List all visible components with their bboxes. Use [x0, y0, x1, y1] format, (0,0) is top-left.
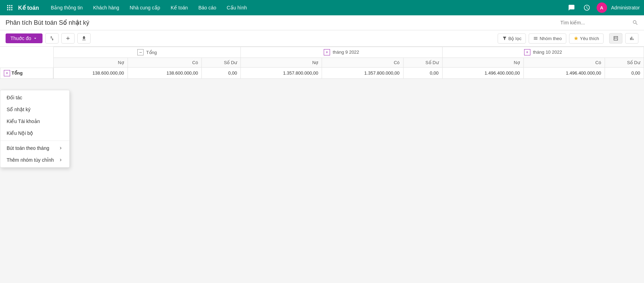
- cell-so-du2: 0,00: [403, 68, 442, 79]
- menu-bang-thong-tin[interactable]: Bảng thông tin: [46, 3, 88, 13]
- add-icon: [65, 36, 71, 41]
- expand-thang10-btn[interactable]: +: [524, 49, 530, 55]
- menu-bao-cao[interactable]: Báo cáo: [193, 3, 221, 13]
- menu-khach-hang[interactable]: Khách hàng: [88, 3, 124, 13]
- col-no-1: Nợ: [54, 58, 128, 68]
- topnav-right: A Administrator: [566, 2, 640, 13]
- cell-co1: 138.600.000,00: [128, 68, 202, 79]
- toolbar-right: Bộ lọc Nhóm theo Yêu thích: [498, 33, 638, 44]
- cell-so-du3: 0,00: [605, 68, 644, 79]
- search-icon: [632, 20, 638, 26]
- header-row-2: Nợ Có Số Dư Nợ Có Số Dư Nợ Có Số Dư: [0, 58, 644, 68]
- group-icon: [533, 36, 538, 41]
- cell-co2: 1.357.800.000,00: [322, 68, 403, 79]
- search-box: [560, 20, 638, 26]
- collapse-tong-btn[interactable]: −: [137, 49, 144, 55]
- col-no-3: Nợ: [442, 58, 523, 68]
- swap-button[interactable]: [45, 33, 59, 44]
- cell-no3: 1.496.400.000,00: [442, 68, 523, 79]
- app-name: Kế toán: [18, 5, 39, 11]
- grid-menu-icon[interactable]: [4, 2, 15, 13]
- nhom-theo-label: Nhóm theo: [539, 36, 562, 41]
- chart-view-button[interactable]: [625, 33, 638, 44]
- pivot-table: − Tổng + tháng 9 2022 + tháng 10 2022 Nợ…: [0, 47, 644, 79]
- toolbar: Thuớc đo Bộ lọc Nhóm theo Yêu thích: [0, 30, 644, 47]
- row-label: Tổng: [12, 70, 23, 76]
- search-input[interactable]: [560, 20, 630, 25]
- clock-icon-btn[interactable]: [581, 2, 592, 13]
- table-view-button[interactable]: [609, 33, 622, 44]
- cell-no1: 138.600.000,00: [54, 68, 128, 79]
- expand-row-btn[interactable]: +: [4, 70, 10, 76]
- thang10-header-label: tháng 10 2022: [533, 49, 562, 55]
- download-icon: [81, 36, 87, 41]
- cell-no2: 1.357.800.000,00: [241, 68, 322, 79]
- col-no-2: Nợ: [241, 58, 322, 68]
- top-menu: Bảng thông tin Khách hàng Nhà cung cấp K…: [46, 3, 565, 13]
- total-row: + Tổng 138.600.000,00 138.600.000,00 0,0…: [0, 68, 644, 79]
- tong-header-label: Tổng: [146, 50, 157, 55]
- filter-icon: [502, 36, 507, 41]
- top-navigation: Kế toán Bảng thông tin Khách hàng Nhà cu…: [0, 0, 644, 15]
- col-co-2: Có: [322, 58, 403, 68]
- cell-co3: 1.496.400.000,00: [523, 68, 605, 79]
- table-container: − Tổng + tháng 9 2022 + tháng 10 2022 Nợ…: [0, 47, 644, 79]
- bo-loc-label: Bộ lọc: [508, 36, 522, 41]
- yeu-thich-label: Yêu thích: [580, 36, 599, 41]
- menu-cau-hinh[interactable]: Cấu hình: [222, 3, 252, 13]
- cell-so-du1: 0,00: [202, 68, 241, 79]
- col-so-du-2: Số Dư: [403, 58, 442, 68]
- col-co-1: Có: [128, 58, 202, 68]
- star-icon: [574, 36, 578, 41]
- table-icon: [613, 36, 619, 41]
- header-row-1: − Tổng + tháng 9 2022 + tháng 10 2022: [0, 47, 644, 58]
- expand-thang9-btn[interactable]: +: [324, 49, 330, 55]
- col-co-3: Có: [523, 58, 605, 68]
- col-so-du-3: Số Dư: [605, 58, 644, 68]
- dropdown-arrow-icon: [33, 36, 38, 41]
- subheader: Phân tích Bút toán Sổ nhật ký: [0, 15, 644, 30]
- nhom-theo-button[interactable]: Nhóm theo: [529, 33, 566, 44]
- chart-icon: [629, 36, 635, 41]
- thuo-do-label: Thuớc đo: [10, 36, 31, 41]
- bo-loc-button[interactable]: Bộ lọc: [498, 33, 526, 44]
- username: Administrator: [611, 5, 640, 10]
- thuo-do-button[interactable]: Thuớc đo: [6, 33, 43, 43]
- menu-ke-toan[interactable]: Kế toán: [166, 3, 193, 13]
- page-title: Phân tích Bút toán Sổ nhật ký: [6, 19, 89, 26]
- swap-icon: [49, 36, 55, 41]
- col-so-du-1: Số Dư: [202, 58, 241, 68]
- chat-icon-btn[interactable]: [566, 2, 577, 13]
- menu-nha-cung-cap[interactable]: Nhà cung cấp: [125, 3, 165, 13]
- add-button[interactable]: [61, 33, 75, 44]
- user-avatar[interactable]: A: [597, 2, 607, 13]
- subheader-right: [560, 20, 638, 26]
- thang9-header-label: tháng 9 2022: [333, 49, 359, 55]
- download-button[interactable]: [77, 33, 91, 44]
- yeu-thich-button[interactable]: Yêu thích: [569, 33, 604, 44]
